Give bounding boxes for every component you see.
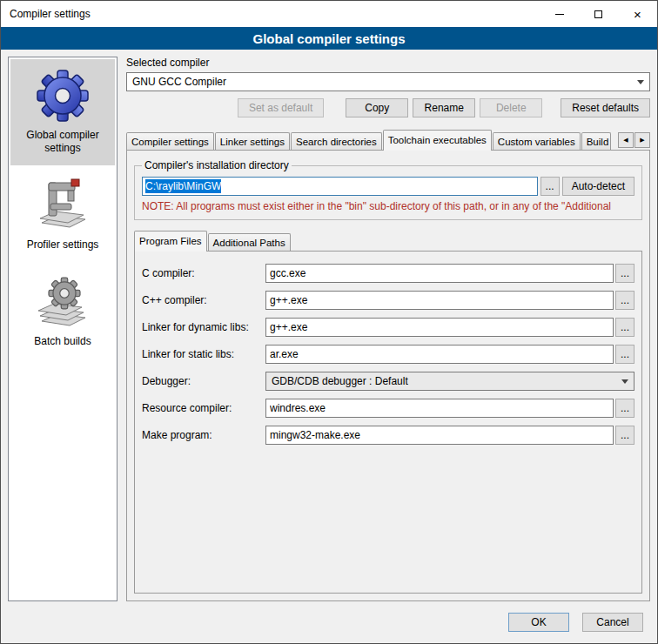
auto-detect-button[interactable]: Auto-detect (562, 177, 634, 196)
browse-button[interactable]: ... (615, 345, 634, 364)
close-button[interactable]: × (618, 1, 657, 27)
toolchain-executables-panel: Compiler's installation directory C:\ray… (126, 150, 650, 601)
copy-button[interactable]: Copy (346, 98, 408, 117)
selected-compiler-label: Selected compiler (126, 57, 650, 69)
cpp-compiler-input[interactable] (265, 291, 614, 310)
tab-scroll-left-button[interactable]: ◀ (618, 132, 634, 148)
window-title: Compiler settings (1, 8, 540, 20)
minimize-button[interactable] (540, 1, 579, 27)
delete-button[interactable]: Delete (480, 98, 542, 117)
batch-builds-icon (35, 274, 91, 330)
debugger-row: Debugger: GDB/CDB debugger : Default (142, 372, 634, 391)
tab-toolchain-executables[interactable]: Toolchain executables (383, 130, 492, 151)
bin-subdirectory-note: NOTE: All programs must exist either in … (142, 200, 634, 212)
main-panel: Selected compiler GNU GCC Compiler Set a… (126, 57, 650, 601)
installation-directory-input[interactable]: C:\raylib\MinGW (142, 177, 538, 196)
resource-compiler-row: Resource compiler: ... (142, 399, 634, 418)
tab-build-options[interactable]: Build (581, 132, 611, 150)
tab-search-directories[interactable]: Search directories (291, 132, 382, 150)
rename-button[interactable]: Rename (413, 98, 475, 117)
tab-custom-variables[interactable]: Custom variables (493, 132, 581, 150)
close-icon: × (634, 8, 641, 21)
cpp-compiler-row: C++ compiler: ... (142, 291, 634, 310)
compiler-selected-value: GNU GCC Compiler (132, 76, 226, 88)
resource-compiler-label: Resource compiler: (142, 402, 265, 414)
gear-blue-icon (35, 68, 91, 124)
compiler-settings-window: Compiler settings × Global compiler sett… (0, 0, 658, 644)
cancel-button[interactable]: Cancel (582, 613, 643, 632)
minimize-icon (555, 14, 564, 15)
linker-dynamic-row: Linker for dynamic libs: ... (142, 318, 634, 337)
c-compiler-row: C compiler: ... (142, 264, 634, 283)
sidebar-item-profiler-settings[interactable]: Profiler settings (10, 169, 115, 262)
installation-directory-legend: Compiler's installation directory (142, 159, 292, 171)
browse-directory-button[interactable]: ... (540, 177, 560, 196)
sidebar-item-label: Global compiler settings (14, 129, 111, 155)
linker-static-row: Linker for static libs: ... (142, 345, 634, 364)
tab-additional-paths[interactable]: Additional Paths (208, 233, 291, 251)
chevron-down-icon (621, 379, 628, 384)
program-tabstrip: Program Files Additional Paths (134, 231, 642, 251)
tab-scroll-arrows: ◀ ▶ (618, 132, 650, 148)
reset-defaults-button[interactable]: Reset defaults (561, 98, 650, 117)
dialog-header: Global compiler settings (1, 27, 657, 50)
linker-static-label: Linker for static libs: (142, 348, 265, 360)
debugger-selected-value: GDB/CDB debugger : Default (272, 375, 408, 387)
compiler-actions: Set as default Copy Rename Delete Reset … (126, 98, 650, 117)
linker-dynamic-label: Linker for dynamic libs: (142, 321, 265, 333)
browse-button[interactable]: ... (615, 318, 634, 337)
tab-compiler-settings[interactable]: Compiler settings (126, 132, 214, 150)
tab-scroll-right-button[interactable]: ▶ (634, 132, 650, 148)
compiler-select[interactable]: GNU GCC Compiler (126, 72, 650, 91)
titlebar[interactable]: Compiler settings × (1, 1, 657, 27)
linker-dynamic-input[interactable] (265, 318, 614, 337)
browse-button[interactable]: ... (615, 399, 634, 418)
program-files-panel: C compiler: ... C++ compiler: ... Linker… (134, 251, 642, 594)
debugger-label: Debugger: (142, 375, 265, 387)
dialog-header-title: Global compiler settings (252, 31, 405, 46)
browse-button[interactable]: ... (615, 291, 634, 310)
sidebar-item-label: Profiler settings (27, 238, 99, 252)
sidebar-item-label: Batch builds (34, 335, 91, 348)
cpp-compiler-label: C++ compiler: (142, 294, 265, 306)
maximize-icon (594, 10, 602, 18)
ok-button[interactable]: OK (508, 613, 569, 632)
make-program-label: Make program: (142, 429, 265, 441)
sidebar-item-batch-builds[interactable]: Batch builds (10, 265, 115, 359)
resource-compiler-input[interactable] (265, 399, 614, 418)
tab-linker-settings[interactable]: Linker settings (215, 132, 290, 150)
installation-directory-row: C:\raylib\MinGW ... Auto-detect (142, 177, 634, 196)
installation-directory-groupbox: Compiler's installation directory C:\ray… (134, 159, 642, 220)
set-as-default-button[interactable]: Set as default (238, 98, 324, 117)
c-compiler-input[interactable] (265, 264, 614, 283)
browse-button[interactable]: ... (615, 426, 634, 445)
dialog-body: Global compiler settings Pr (1, 50, 657, 608)
make-program-row: Make program: ... (142, 426, 634, 445)
debugger-select[interactable]: GDB/CDB debugger : Default (265, 372, 634, 391)
make-program-input[interactable] (265, 426, 614, 445)
dialog-footer: OK Cancel (1, 608, 657, 643)
sidebar-item-global-compiler-settings[interactable]: Global compiler settings (10, 59, 115, 165)
maximize-button[interactable] (579, 1, 618, 27)
chevron-down-icon (637, 80, 644, 84)
tab-program-files[interactable]: Program Files (134, 231, 207, 252)
linker-static-input[interactable] (265, 345, 614, 364)
installation-directory-value: C:\raylib\MinGW (145, 179, 221, 193)
profiler-icon (35, 178, 91, 233)
settings-tabstrip: Compiler settings Linker settings Search… (126, 130, 650, 150)
settings-category-list: Global compiler settings Pr (8, 57, 118, 601)
browse-button[interactable]: ... (615, 264, 634, 283)
c-compiler-label: C compiler: (142, 267, 265, 279)
